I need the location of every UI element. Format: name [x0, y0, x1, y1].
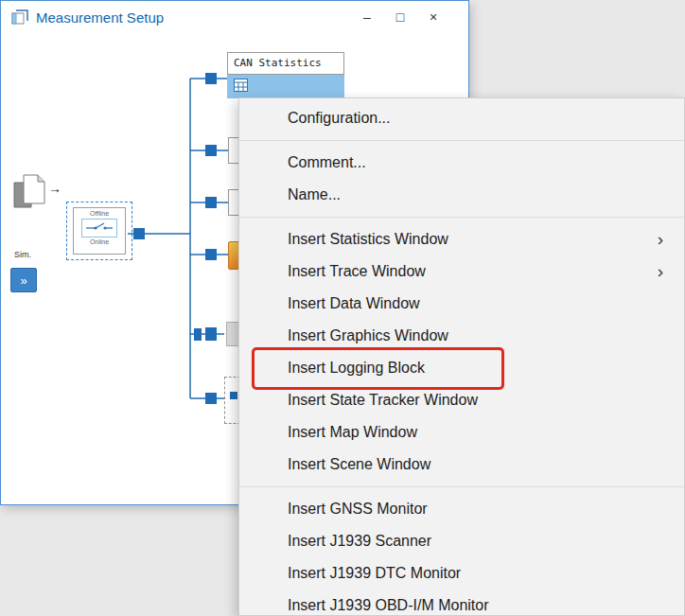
- menu-separator: [239, 140, 684, 141]
- statistics-table-icon: [234, 79, 248, 96]
- menu-item-insert-graphics-window[interactable]: Insert Graphics Window: [239, 320, 684, 352]
- menu-item-insert-j1939-dtc-monitor[interactable]: Insert J1939 DTC Monitor: [239, 557, 684, 590]
- menu-separator: [239, 486, 684, 487]
- menu-item-insert-data-window[interactable]: Insert Data Window: [239, 288, 684, 320]
- switch-icon: [81, 219, 117, 238]
- menu-item-insert-map-window[interactable]: Insert Map Window: [239, 416, 684, 449]
- can-statistics-block[interactable]: [227, 75, 344, 98]
- submenu-arrow-icon: ›: [658, 255, 663, 288]
- source-document-icon[interactable]: [10, 171, 52, 217]
- menu-item-insert-scene-window[interactable]: Insert Scene Window: [239, 449, 684, 481]
- offline-online-switch-block[interactable]: Offline Online: [73, 207, 126, 255]
- menu-item-comment[interactable]: Comment...: [239, 147, 684, 179]
- menu-item-insert-j1939-scanner[interactable]: Insert J1939 Scanner: [239, 525, 684, 557]
- block-name-tooltip: CAN Statistics: [227, 52, 344, 75]
- menu-item-name[interactable]: Name...: [239, 179, 684, 211]
- menu-item-label: Insert Trace Window: [288, 263, 426, 279]
- simulation-start-button[interactable]: »: [10, 268, 37, 292]
- menu-separator: [239, 217, 684, 218]
- sim-label: Sim.: [14, 250, 31, 259]
- online-label: Online: [90, 238, 109, 245]
- offline-label: Offline: [90, 210, 109, 217]
- menu-item-insert-state-tracker-window[interactable]: Insert State Tracker Window: [239, 384, 684, 416]
- menu-item-insert-j1939-obd-im-monitor[interactable]: Insert J1939 OBD-I/M Monitor: [239, 590, 684, 616]
- menu-item-insert-trace-window[interactable]: Insert Trace Window ›: [239, 255, 684, 288]
- menu-item-insert-gnss-monitor[interactable]: Insert GNSS Monitor: [239, 493, 684, 525]
- menu-item-insert-logging-block[interactable]: Insert Logging Block: [239, 352, 684, 384]
- submenu-arrow-icon: ›: [658, 223, 663, 255]
- flow-arrow-icon: →: [48, 181, 61, 196]
- menu-item-configuration[interactable]: Configuration...: [239, 102, 684, 134]
- menu-item-insert-statistics-window[interactable]: Insert Statistics Window ›: [239, 223, 684, 255]
- context-menu: Configuration... Comment... Name... Inse…: [238, 97, 685, 616]
- menu-item-label: Insert Statistics Window: [288, 231, 448, 247]
- block-node-icon: [230, 392, 237, 399]
